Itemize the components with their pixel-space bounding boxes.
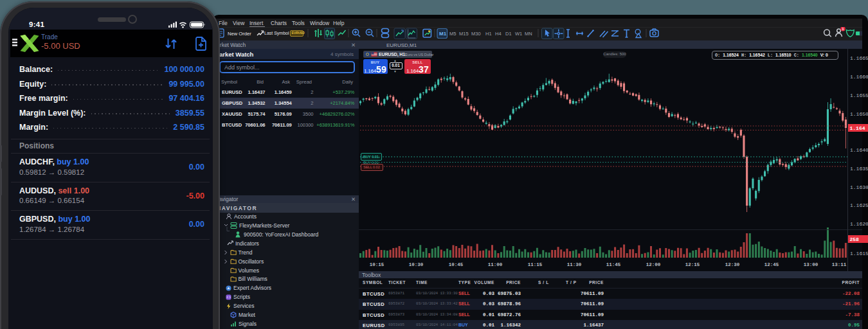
svg-text:1: 1 (842, 27, 844, 31)
